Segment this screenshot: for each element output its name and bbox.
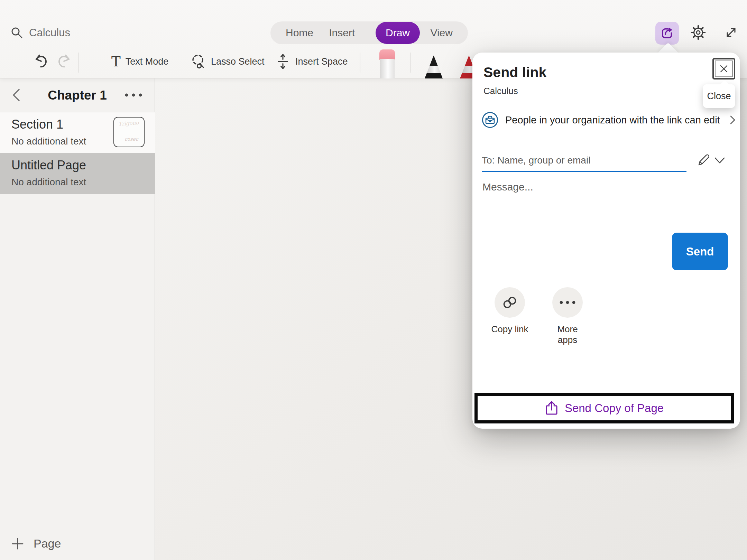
link-permission-row[interactable]: People in your organization with the lin… — [482, 112, 736, 128]
recipient-field[interactable]: To: Name, group or email — [482, 155, 686, 166]
plus-icon — [11, 538, 24, 550]
recipient-dropdown-button[interactable] — [713, 156, 726, 165]
insert-space-label: Insert Space — [295, 56, 348, 67]
undo-button[interactable] — [33, 45, 49, 78]
close-button-focus-ring — [715, 60, 733, 77]
sidebar-header: Chapter 1 — [0, 78, 155, 112]
tooltip-label: Close — [707, 91, 731, 102]
redo-icon — [56, 54, 72, 69]
permission-label: People in your organization with the lin… — [505, 114, 720, 126]
toolbar-divider — [360, 53, 360, 73]
chevron-down-icon — [714, 156, 726, 165]
recipient-underline — [482, 171, 686, 172]
thumbnail-handwriting: Trigono — [118, 120, 139, 127]
notebook-title: Calculus — [29, 27, 70, 39]
organization-briefcase-icon — [482, 112, 498, 128]
dialog-title: Send link — [483, 64, 546, 81]
tab-home[interactable]: Home — [286, 27, 313, 39]
add-page-button[interactable]: Page — [0, 527, 155, 560]
more-apps-circle — [552, 287, 583, 318]
message-field[interactable]: Message... — [482, 181, 533, 193]
send-button[interactable]: Send — [672, 233, 728, 270]
add-page-label: Page — [34, 537, 61, 550]
ribbon-tabbar: Home Insert Draw View — [270, 21, 468, 44]
onenote-app: Calculus Home Insert Draw View — [0, 0, 747, 560]
toolbar-divider — [78, 53, 79, 73]
share-up-icon — [545, 400, 559, 416]
recipient-placeholder: To: Name, group or email — [482, 155, 686, 166]
insert-space-button[interactable]: Insert Space — [275, 45, 348, 78]
page-subtitle: No additional text — [11, 177, 86, 188]
gear-icon — [691, 25, 706, 40]
tab-insert[interactable]: Insert — [329, 27, 355, 39]
page-list-sidebar: Chapter 1 Section 1 No additional text T… — [0, 78, 155, 560]
close-icon — [719, 64, 729, 74]
copy-link-button[interactable]: Copy link — [489, 287, 531, 335]
page-list-item-section1[interactable]: Section 1 No additional text Trigono cos… — [0, 112, 155, 153]
toolbar-divider — [410, 53, 411, 73]
undo-icon — [33, 54, 49, 69]
pen-black-tip — [425, 55, 443, 66]
send-copy-of-page-button[interactable]: Send Copy of Page — [474, 393, 734, 423]
tab-draw[interactable]: Draw — [376, 22, 420, 44]
lasso-label: Lasso Select — [211, 56, 265, 67]
share-icon — [660, 26, 674, 40]
send-link-dialog: Send link Calculus Close — [472, 53, 740, 429]
ellipsis-icon — [559, 300, 576, 305]
text-mode-button[interactable]: T Text Mode — [111, 45, 168, 78]
settings-button[interactable] — [691, 25, 706, 40]
page-thumbnail: Trigono cosec — [113, 117, 145, 147]
text-mode-icon: T — [111, 55, 121, 68]
page-list-item-untitled-selected[interactable]: Untitled Page No additional text — [0, 153, 155, 194]
page-title: Untitled Page — [11, 158, 86, 172]
dialog-subtitle: Calculus — [483, 86, 518, 96]
tab-view[interactable]: View — [430, 27, 452, 39]
send-copy-label: Send Copy of Page — [565, 402, 664, 415]
more-options-button[interactable] — [124, 89, 143, 101]
close-tooltip: Close — [703, 84, 735, 108]
thumbnail-handwriting: cosec — [124, 136, 138, 142]
close-button[interactable] — [712, 58, 735, 80]
redo-button[interactable] — [56, 45, 72, 78]
insert-space-icon — [275, 53, 290, 70]
edit-recipient-button[interactable] — [697, 152, 711, 167]
lasso-select-button[interactable]: Lasso Select — [190, 45, 265, 78]
notebook-search[interactable]: Calculus — [10, 26, 70, 39]
text-mode-label: Text Mode — [126, 56, 169, 67]
expand-diagonal-icon — [723, 25, 739, 40]
more-apps-label: More apps — [547, 324, 588, 345]
pen-black-band — [425, 73, 443, 78]
eraser-tool[interactable] — [379, 49, 395, 78]
share-button[interactable] — [655, 22, 679, 45]
page-subtitle: No additional text — [11, 136, 86, 147]
more-apps-button[interactable]: More apps — [547, 287, 588, 345]
chevron-right-icon — [729, 115, 736, 125]
tooltip-arrow — [720, 80, 729, 90]
copy-link-circle — [495, 287, 525, 318]
copy-link-label: Copy link — [489, 324, 531, 335]
search-icon — [10, 26, 24, 39]
pencil-icon — [697, 152, 711, 167]
pen-black[interactable] — [425, 55, 443, 78]
send-button-label: Send — [686, 245, 714, 258]
lasso-icon — [190, 53, 206, 70]
page-title: Section 1 — [11, 117, 63, 132]
link-icon — [501, 295, 518, 310]
eraser-body — [380, 59, 395, 78]
fullscreen-button[interactable] — [723, 25, 739, 40]
